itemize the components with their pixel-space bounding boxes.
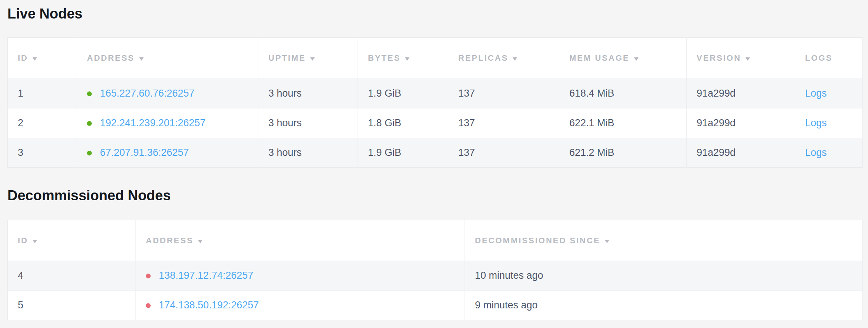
logs-link[interactable]: Logs xyxy=(805,117,827,128)
live-status-dot-icon xyxy=(87,91,92,96)
node-mem-usage-cell: 618.4 MiB xyxy=(559,79,687,108)
node-replicas-cell: 137 xyxy=(448,79,559,108)
node-uptime-cell: 3 hours xyxy=(258,108,358,138)
node-bytes-cell: 1.9 GiB xyxy=(358,79,448,108)
node-replicas-cell: 137 xyxy=(448,108,559,138)
table-row: 4 138.197.12.74:26257 10 minutes ago xyxy=(8,261,863,291)
node-bytes-cell: 1.8 GiB xyxy=(358,108,448,138)
node-address-link[interactable]: 165.227.60.76:26257 xyxy=(100,88,194,99)
node-id-cell: 2 xyxy=(8,108,77,138)
column-header-version[interactable]: VERSION xyxy=(687,38,795,79)
decommissioned-nodes-table: ID ADDRESS DECOMMISSIONED SINCE 4 138.19… xyxy=(7,220,863,320)
column-header-label: VERSION xyxy=(697,53,741,63)
logs-link[interactable]: Logs xyxy=(805,88,827,99)
sort-arrow-icon xyxy=(139,57,144,61)
table-row: 5 174.138.50.192:26257 9 minutes ago xyxy=(8,291,863,320)
node-id-cell: 3 xyxy=(8,138,77,168)
node-logs-cell: Logs xyxy=(795,108,863,138)
column-header-label: ADDRESS xyxy=(146,236,194,245)
column-header-decommissioned-since[interactable]: DECOMMISSIONED SINCE xyxy=(465,220,863,261)
column-header-label: REPLICAS xyxy=(458,53,508,63)
node-address-link[interactable]: 174.138.50.192:26257 xyxy=(159,299,259,311)
column-header-label: ADDRESS xyxy=(87,53,135,63)
column-header-id[interactable]: ID xyxy=(8,38,77,79)
live-status-dot-icon xyxy=(87,121,92,126)
live-nodes-title: Live Nodes xyxy=(7,5,862,22)
node-address-cell: 165.227.60.76:26257 xyxy=(77,79,258,108)
node-address-link[interactable]: 192.241.239.201:26257 xyxy=(100,117,205,128)
sort-arrow-icon xyxy=(634,57,639,61)
node-version-cell: 91a299d xyxy=(687,79,795,108)
column-header-address[interactable]: ADDRESS xyxy=(136,220,465,261)
table-row: 2 192.241.239.201:26257 3 hours 1.8 GiB … xyxy=(8,108,863,138)
node-address-cell: 138.197.12.74:26257 xyxy=(136,261,465,291)
node-mem-usage-cell: 621.2 MiB xyxy=(559,138,687,168)
column-header-label: LOGS xyxy=(805,53,832,63)
node-version-cell: 91a299d xyxy=(687,138,795,168)
sort-arrow-icon xyxy=(33,57,37,61)
nodes-page: Live Nodes ID ADDRESS UPTIME BYTES REPLI… xyxy=(0,0,868,328)
node-id-cell: 4 xyxy=(8,261,136,291)
column-header-label: UPTIME xyxy=(268,53,306,63)
sort-arrow-icon xyxy=(198,240,202,243)
table-row: 3 67.207.91.36:26257 3 hours 1.9 GiB 137… xyxy=(8,138,863,168)
decommissioned-nodes-header-row: ID ADDRESS DECOMMISSIONED SINCE xyxy=(8,220,863,261)
column-header-bytes[interactable]: BYTES xyxy=(358,38,448,79)
node-address-link[interactable]: 67.207.91.36:26257 xyxy=(100,147,189,158)
column-header-logs: LOGS xyxy=(795,38,863,79)
column-header-address[interactable]: ADDRESS xyxy=(77,38,258,79)
node-replicas-cell: 137 xyxy=(448,138,559,168)
node-bytes-cell: 1.9 GiB xyxy=(358,138,448,168)
decommissioned-status-dot-icon xyxy=(146,303,151,308)
column-header-id[interactable]: ID xyxy=(8,220,136,261)
sort-arrow-icon xyxy=(33,240,37,243)
column-header-label: ID xyxy=(18,236,28,245)
table-row: 1 165.227.60.76:26257 3 hours 1.9 GiB 13… xyxy=(8,79,863,108)
sort-arrow-icon xyxy=(513,57,517,61)
live-nodes-header-row: ID ADDRESS UPTIME BYTES REPLICAS MEM USA… xyxy=(8,38,863,79)
node-address-cell: 174.138.50.192:26257 xyxy=(136,291,465,320)
node-id-cell: 1 xyxy=(8,79,77,108)
decommissioned-status-dot-icon xyxy=(146,274,151,278)
node-uptime-cell: 3 hours xyxy=(258,138,358,168)
column-header-label: ID xyxy=(18,53,28,63)
node-decommissioned-since-cell: 10 minutes ago xyxy=(465,261,863,291)
sort-arrow-icon xyxy=(310,57,315,61)
live-status-dot-icon xyxy=(87,151,92,155)
node-logs-cell: Logs xyxy=(795,79,863,108)
column-header-uptime[interactable]: UPTIME xyxy=(258,38,358,79)
column-header-replicas[interactable]: REPLICAS xyxy=(448,38,559,79)
column-header-label: DECOMMISSIONED SINCE xyxy=(475,236,600,245)
column-header-label: MEM USAGE xyxy=(569,53,630,63)
node-decommissioned-since-cell: 9 minutes ago xyxy=(465,291,863,320)
sort-arrow-icon xyxy=(745,57,750,61)
node-address-link[interactable]: 138.197.12.74:26257 xyxy=(159,270,253,281)
node-mem-usage-cell: 622.1 MiB xyxy=(559,108,687,138)
node-version-cell: 91a299d xyxy=(687,108,795,138)
node-address-cell: 192.241.239.201:26257 xyxy=(77,108,258,138)
node-uptime-cell: 3 hours xyxy=(258,79,358,108)
node-id-cell: 5 xyxy=(8,291,136,320)
decommissioned-nodes-title: Decommissioned Nodes xyxy=(7,187,862,204)
logs-link[interactable]: Logs xyxy=(805,147,827,158)
sort-arrow-icon xyxy=(405,57,409,61)
column-header-label: BYTES xyxy=(368,53,401,63)
node-logs-cell: Logs xyxy=(795,138,863,168)
live-nodes-table: ID ADDRESS UPTIME BYTES REPLICAS MEM USA… xyxy=(7,37,863,168)
column-header-mem-usage[interactable]: MEM USAGE xyxy=(559,38,687,79)
node-address-cell: 67.207.91.36:26257 xyxy=(77,138,258,168)
sort-arrow-icon xyxy=(605,240,609,243)
